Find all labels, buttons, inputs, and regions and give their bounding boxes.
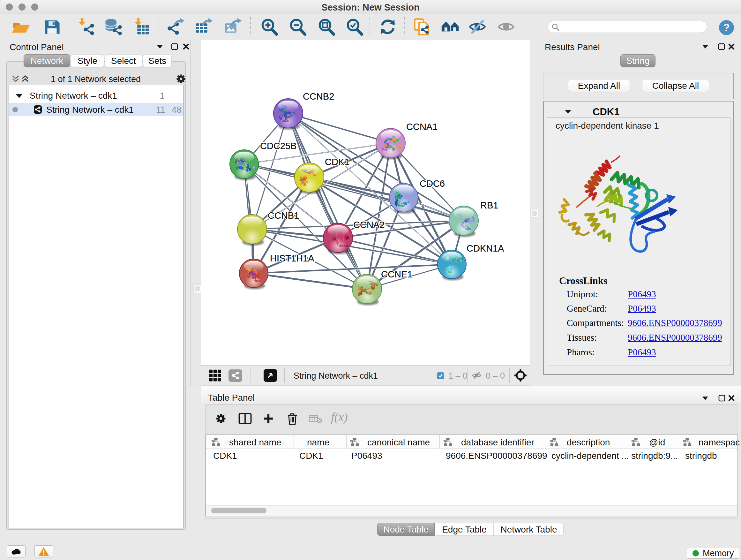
svg-text:CDKN1A: CDKN1A [467,243,504,253]
svg-text:CDC6: CDC6 [420,179,445,189]
svg-text:CCNE1: CCNE1 [381,269,412,279]
svg-text:CCNA2: CCNA2 [353,220,385,230]
svg-text:CDC25B: CDC25B [260,141,296,151]
svg-text:HIST1H1A: HIST1H1A [270,253,314,263]
svg-text:CCNB2: CCNB2 [303,91,334,102]
svg-text:CCNA1: CCNA1 [406,122,437,132]
svg-text:CDK1: CDK1 [325,157,349,167]
svg-text:CCNB1: CCNB1 [268,210,299,221]
svg-text:RB1: RB1 [480,200,498,210]
